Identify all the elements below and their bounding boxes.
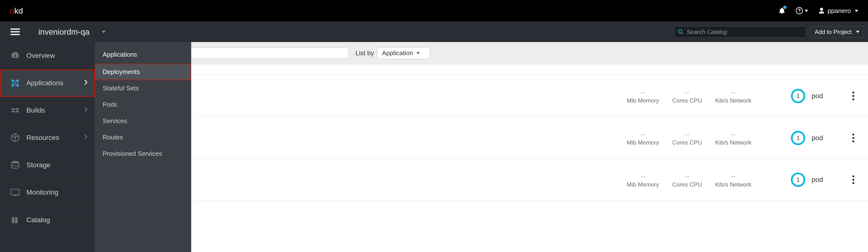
svg-rect-3 <box>10 31 20 32</box>
hamburger-icon <box>10 28 20 36</box>
metrics-group: -- Mib Memory -- Cores CPU -- Kib/s Netw… <box>627 130 751 146</box>
notification-dot <box>783 6 786 9</box>
sidebar-item-monitoring[interactable]: Monitoring <box>0 179 95 206</box>
list-by-label: List by <box>355 49 374 57</box>
chevron-down-icon <box>855 10 858 12</box>
row-actions-menu[interactable] <box>850 173 857 186</box>
submenu-item-stateful-sets[interactable]: Stateful Sets <box>95 80 191 97</box>
pod-ring-count: 1 <box>790 88 806 104</box>
brand-logo-kd: kd <box>14 6 23 15</box>
sidebar-item-resources[interactable]: Resources <box>0 124 95 151</box>
svg-point-1 <box>799 12 800 13</box>
user-menu[interactable]: ppanero <box>818 7 858 15</box>
metric-network: -- Kib/s Network <box>715 88 751 104</box>
row-actions-menu[interactable] <box>850 89 857 103</box>
chevron-right-icon <box>84 107 88 114</box>
pod-label: pod <box>811 92 823 100</box>
metrics-group: -- Mib Memory -- Cores CPU -- Kib/s Netw… <box>627 88 751 104</box>
sidebar-item-label: Monitoring <box>26 188 58 196</box>
svg-point-5 <box>679 30 682 33</box>
sidebar-item-overview[interactable]: Overview <box>0 42 95 69</box>
list-item[interactable]: -- Mib Memory -- Cores CPU -- Kib/s Netw… <box>95 75 868 117</box>
monitoring-icon <box>10 187 20 197</box>
list-by-value: Application <box>382 49 413 57</box>
submenu-item-provisioned-services[interactable]: Provisioned Services <box>95 146 191 162</box>
list-item[interactable]: -- Mib Memory -- Cores CPU -- Kib/s Netw… <box>95 159 868 201</box>
body: Overview Applications Builds Resou <box>0 42 868 252</box>
sidebar-item-catalog[interactable]: Catalog <box>0 206 95 224</box>
metric-value: -- <box>715 88 751 97</box>
help-icon <box>795 7 803 15</box>
metric-value: -- <box>671 172 703 181</box>
list-item[interactable]: -- Mib Memory -- Cores CPU -- Kib/s Netw… <box>95 117 868 159</box>
nav-toggle[interactable] <box>0 22 30 42</box>
applications-icon <box>10 78 20 88</box>
submenu-item-routes[interactable]: Routes <box>95 129 191 146</box>
pod-ring-icon: 1 <box>790 131 806 146</box>
metric-value: -- <box>627 172 659 181</box>
metric-label: Mib Memory <box>627 139 659 146</box>
metric-memory: -- Mib Memory <box>627 172 659 188</box>
sidebar-item-builds[interactable]: Builds <box>0 97 95 124</box>
metric-network: -- Kib/s Network <box>715 130 751 146</box>
pod-ring-icon: 1 <box>790 88 806 104</box>
submenu-item-deployments[interactable]: Deployments <box>95 64 191 80</box>
metric-value: -- <box>627 130 659 139</box>
catalog-icon <box>10 216 20 225</box>
metric-cpu: -- Cores CPU <box>671 172 703 188</box>
pod-count[interactable]: 1 pod <box>790 131 823 146</box>
submenu-item-pods[interactable]: Pods <box>95 97 191 113</box>
pod-count[interactable]: 1 pod <box>790 88 823 104</box>
list-by-group: List by Application <box>355 47 430 59</box>
submenu-item-services[interactable]: Services <box>95 113 191 129</box>
chevron-down-icon <box>805 10 808 12</box>
list-by-select[interactable]: Application <box>377 47 430 59</box>
pod-count[interactable]: 1 pod <box>790 172 823 187</box>
metric-label: Cores CPU <box>671 139 703 146</box>
search-catalog-input[interactable] <box>687 29 802 35</box>
masthead: okd ppanero <box>0 0 868 22</box>
project-bar-right: Add to Project <box>674 26 868 38</box>
project-selector[interactable]: inveniordm-qa <box>30 27 105 37</box>
brand-logo-o: o <box>10 6 14 15</box>
brand-logo[interactable]: okd <box>10 6 23 15</box>
metric-value: -- <box>715 172 751 181</box>
metric-label: Cores CPU <box>671 181 703 188</box>
metric-cpu: -- Cores CPU <box>671 88 703 104</box>
sidebar-item-label: Builds <box>26 106 45 114</box>
notifications-button[interactable] <box>778 7 785 15</box>
sidebar-item-label: Catalog <box>26 216 50 224</box>
metric-label: Kib/s Network <box>715 181 751 188</box>
search-catalog[interactable] <box>674 26 806 38</box>
sidebar-item-applications[interactable]: Applications <box>0 69 95 97</box>
sidebar: Overview Applications Builds Resou <box>0 42 95 252</box>
masthead-right: ppanero <box>778 7 858 15</box>
metric-cpu: -- Cores CPU <box>671 130 703 146</box>
sidebar-item-label: Storage <box>26 161 50 169</box>
main-content: List by Application -- Mib Memory -- Co <box>95 42 868 252</box>
sidebar-item-storage[interactable]: Storage <box>0 151 95 179</box>
pod-label: pod <box>811 176 823 184</box>
metric-memory: -- Mib Memory <box>627 88 659 104</box>
svg-rect-12 <box>11 189 19 195</box>
row-actions-menu[interactable] <box>850 131 857 145</box>
search-icon <box>678 29 684 35</box>
dashboard-icon <box>10 51 20 61</box>
pod-ring-count: 1 <box>790 131 806 146</box>
sidebar-item-label: Applications <box>26 79 63 87</box>
pod-label: pod <box>811 134 823 142</box>
metric-label: Mib Memory <box>627 97 659 104</box>
pod-ring-count: 1 <box>790 172 806 187</box>
resources-icon <box>10 133 20 143</box>
username: ppanero <box>828 7 851 15</box>
builds-icon <box>10 106 20 115</box>
deployment-list: -- Mib Memory -- Cores CPU -- Kib/s Netw… <box>95 65 868 201</box>
metric-memory: -- Mib Memory <box>627 130 659 146</box>
add-to-project-button[interactable]: Add to Project <box>810 26 864 38</box>
metric-value: -- <box>715 130 751 139</box>
chevron-down-icon <box>416 52 420 54</box>
help-button[interactable] <box>795 7 808 15</box>
metric-label: Mib Memory <box>627 181 659 188</box>
add-to-project-label: Add to Project <box>815 29 851 35</box>
svg-rect-4 <box>10 34 20 35</box>
